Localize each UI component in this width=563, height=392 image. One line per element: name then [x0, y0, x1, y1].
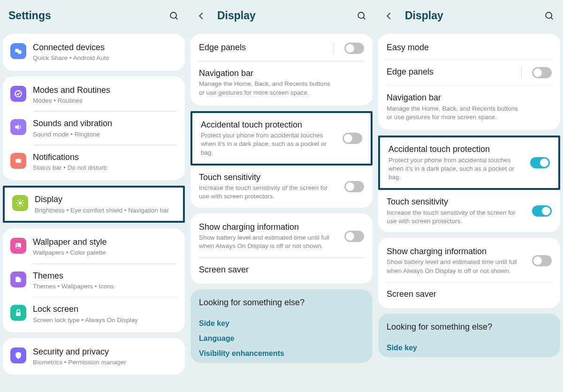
accidental-touch-toggle[interactable]	[530, 157, 550, 168]
row-title: Navigation bar	[199, 68, 364, 79]
row-wallpaper[interactable]: Wallpaper and styleWallpapers • Color pa…	[3, 230, 185, 264]
settings-group-4: Security and privacyBiometrics • Permiss…	[3, 338, 185, 375]
row-easy-mode[interactable]: Easy mode	[378, 36, 560, 60]
link-language[interactable]: Language	[199, 331, 364, 346]
row-notifications[interactable]: NotificationsStatus bar • Do not disturb	[3, 145, 185, 179]
row-screen-saver[interactable]: Screen saver	[190, 258, 373, 282]
row-title: Accidental touch protection	[388, 144, 526, 155]
row-security[interactable]: Security and privacyBiometrics • Permiss…	[3, 340, 185, 373]
row-title: Connected devices	[33, 42, 177, 53]
row-lockscreen[interactable]: Lock screenScreen lock type • Always On …	[3, 297, 185, 331]
accidental-touch-toggle[interactable]	[342, 133, 362, 144]
row-title: Themes	[33, 271, 177, 281]
row-title: Show charging information	[199, 222, 341, 233]
separator	[521, 67, 522, 79]
row-title: Screen saver	[387, 289, 552, 300]
row-sub: Quick Share • Android Auto	[33, 54, 177, 62]
charging-info-toggle[interactable]	[532, 255, 552, 266]
shield-icon	[10, 347, 26, 363]
row-themes[interactable]: ThemesThemes • Wallpapers • Icons	[3, 264, 185, 297]
row-title: Accidental touch protection	[201, 120, 339, 130]
link-side-key[interactable]: Side key	[387, 340, 552, 355]
row-display[interactable]: DisplayBrightness • Eye comfort shield •…	[5, 188, 183, 221]
settings-group-3: Wallpaper and styleWallpapers • Color pa…	[3, 228, 185, 332]
row-sub: Protect your phone from accidental touch…	[201, 131, 337, 157]
row-touch-sensitivity[interactable]: Touch sensitivityIncrease the touch sens…	[190, 166, 373, 208]
svg-point-8	[19, 160, 20, 161]
row-title: Notifications	[33, 152, 177, 163]
touch-sensitivity-toggle[interactable]	[532, 205, 552, 217]
svg-rect-3	[18, 50, 21, 54]
svg-line-26	[551, 17, 553, 19]
display-screen-after: Display Easy mode Edge panels Navigation…	[375, 0, 563, 392]
svg-point-25	[546, 12, 552, 18]
display-group-2: Accidental touch protectionProtect your …	[378, 136, 560, 232]
row-title: Touch sensitivity	[387, 196, 528, 207]
looking-title: Looking for something else?	[387, 322, 552, 332]
svg-point-23	[358, 12, 364, 18]
row-navigation-bar[interactable]: Navigation barManage the Home, Back, and…	[190, 61, 373, 104]
row-charging-info[interactable]: Show charging informationShow battery le…	[190, 215, 373, 257]
row-title: Edge panels	[199, 42, 332, 53]
row-sub: Sound mode • Ringtone	[33, 130, 177, 139]
header: Settings	[0, 0, 188, 34]
edge-panels-toggle[interactable]	[344, 43, 364, 54]
row-sub: Biometrics • Permission manager	[33, 358, 177, 367]
search-icon[interactable]	[544, 11, 555, 21]
settings-screen: Settings Connected devices Quick Share •…	[0, 0, 188, 392]
row-sub: Modes • Routines	[33, 97, 177, 105]
row-touch-sensitivity[interactable]: Touch sensitivityIncrease the touch sens…	[378, 190, 560, 232]
row-connected-devices[interactable]: Connected devices Quick Share • Android …	[3, 36, 185, 69]
row-accidental-touch[interactable]: Accidental touch protectionProtect your …	[192, 113, 371, 164]
display-icon	[12, 195, 28, 211]
touch-sensitivity-toggle[interactable]	[344, 181, 364, 192]
lock-icon	[10, 305, 26, 321]
row-screen-saver[interactable]: Screen saver	[378, 282, 560, 306]
row-sub: Status bar • Do not disturb	[33, 164, 177, 172]
row-title: Show charging information	[387, 246, 528, 257]
back-icon[interactable]	[196, 11, 206, 21]
search-icon[interactable]	[357, 11, 367, 21]
search-icon[interactable]	[169, 11, 179, 21]
charging-info-toggle[interactable]	[344, 231, 364, 242]
svg-point-9	[19, 202, 22, 205]
svg-line-14	[17, 201, 18, 202]
svg-line-16	[17, 205, 18, 206]
page-title: Settings	[8, 9, 169, 22]
row-title: Security and privacy	[33, 347, 177, 357]
svg-point-19	[16, 244, 18, 246]
row-edge-panels[interactable]: Edge panels	[378, 60, 560, 85]
settings-group-2: Modes and RoutinesModes • Routines Sound…	[3, 76, 185, 181]
connected-devices-icon	[10, 43, 26, 59]
row-charging-info[interactable]: Show charging informationShow battery le…	[378, 240, 560, 282]
link-side-key[interactable]: Side key	[199, 316, 364, 331]
row-title: Lock screen	[33, 304, 177, 315]
back-icon[interactable]	[384, 11, 394, 21]
row-edge-panels[interactable]: Edge panels	[190, 36, 373, 61]
edge-panels-toggle[interactable]	[532, 67, 552, 78]
row-sub: Increase the touch sensitivity of the sc…	[387, 209, 523, 226]
row-modes-routines[interactable]: Modes and RoutinesModes • Routines	[3, 78, 185, 112]
link-visibility[interactable]: Visibility enhancements	[199, 346, 364, 361]
svg-point-7	[18, 160, 19, 161]
display-group-2: Accidental touch protectionProtect your …	[190, 111, 373, 208]
row-sub: Show battery level and estimated time un…	[199, 234, 335, 250]
row-sub: Increase the touch sensitivity of the sc…	[199, 184, 335, 201]
svg-line-24	[363, 17, 365, 19]
row-navigation-bar[interactable]: Navigation barManage the Home, Back, and…	[378, 86, 560, 128]
themes-icon	[10, 271, 26, 287]
looking-card: Looking for something else? Side key	[378, 314, 560, 357]
row-sub: Manage the Home, Back, and Recents butto…	[199, 80, 335, 97]
display-screen-before: Display Edge panels Navigation barManage…	[188, 0, 375, 392]
row-sounds[interactable]: Sounds and vibrationSound mode • Rington…	[3, 112, 185, 145]
row-accidental-touch[interactable]: Accidental touch protectionProtect your …	[380, 137, 558, 188]
wallpaper-icon	[10, 238, 26, 254]
row-sub: Screen lock type • Always On Display	[33, 316, 177, 324]
row-title: Display	[35, 194, 175, 205]
svg-rect-21	[18, 278, 21, 282]
row-sub: Protect your phone from accidental touch…	[388, 156, 525, 182]
display-group-3: Show charging informationShow battery le…	[378, 238, 560, 308]
notifications-icon	[10, 153, 26, 169]
page-title: Display	[217, 9, 357, 22]
row-title: Edge panels	[387, 67, 519, 77]
